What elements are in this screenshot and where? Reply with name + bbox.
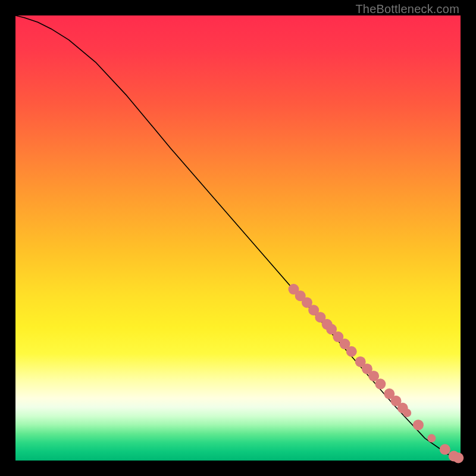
watermark-text: TheBottleneck.com bbox=[355, 2, 459, 16]
chart-point bbox=[403, 409, 411, 417]
chart-point bbox=[346, 346, 357, 357]
chart-point bbox=[453, 453, 464, 464]
chart-point bbox=[375, 378, 386, 389]
chart-point bbox=[440, 444, 450, 455]
chart-point bbox=[427, 434, 436, 443]
chart-points bbox=[289, 284, 464, 463]
chart-svg bbox=[15, 15, 461, 461]
chart-point bbox=[413, 419, 424, 430]
